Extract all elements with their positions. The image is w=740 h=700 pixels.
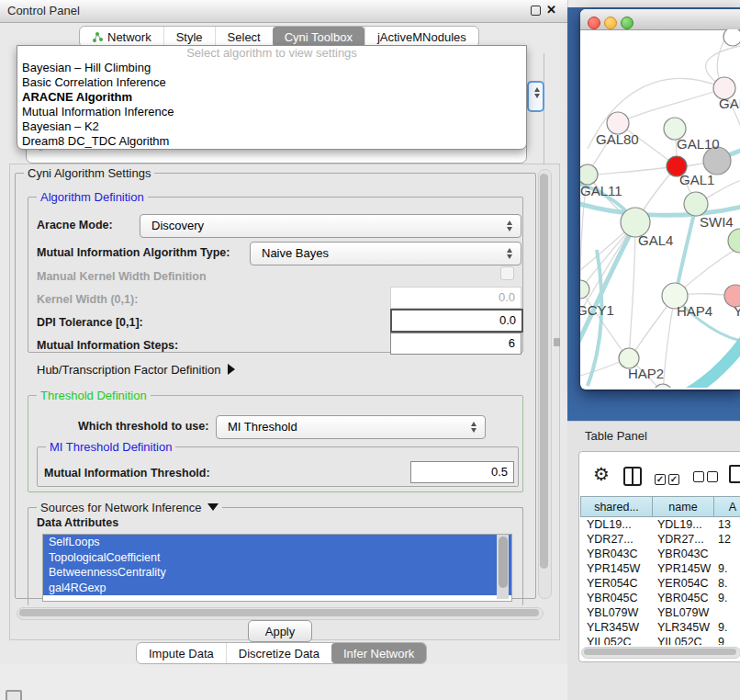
- menu-item-bayesian-hill-climbing[interactable]: Bayesian – Hill Climbing: [17, 61, 526, 75]
- combo-arrows-icon: [534, 86, 541, 99]
- menu-item-bayesian-k2[interactable]: Bayesian – K2: [17, 119, 526, 134]
- node-table: ⚙ ✓✓ shared... name A YDL19... YDL19... …: [578, 451, 740, 662]
- select-all-checks-icon[interactable]: ✓✓: [655, 469, 682, 486]
- kernel-width-value: 0.0: [499, 290, 515, 304]
- algorithm-combo-focused-fragment[interactable]: [527, 81, 544, 112]
- dpi-tolerance-label: DPI Tolerance [0,1]:: [37, 316, 143, 329]
- table-row[interactable]: YLR345W YLR345W 9.: [580, 620, 740, 635]
- list-item-selfloops[interactable]: SelfLoops: [43, 535, 511, 550]
- dpi-tolerance-input[interactable]: 0.0: [390, 309, 523, 333]
- menu-item-aracne[interactable]: ARACNE Algorithm: [17, 90, 526, 105]
- tab-discretize-data[interactable]: Discretize Data: [226, 643, 331, 663]
- window-zoom-button[interactable]: [621, 17, 633, 29]
- node-swi4[interactable]: [684, 192, 708, 216]
- algorithm-dropdown-menu: Select algorithm to view settings Bayesi…: [17, 45, 527, 150]
- column-header-shared[interactable]: shared...: [580, 496, 653, 517]
- mi-type-combo[interactable]: Naive Bayes: [250, 242, 521, 265]
- node-label: HAP2: [628, 366, 664, 381]
- manual-kernel-label: Manual Kernel Width Definition: [37, 270, 207, 283]
- network-window-titlebar[interactable]: [580, 9, 740, 30]
- mi-threshold-input[interactable]: 0.5: [410, 461, 514, 483]
- tab-cyni-toolbox[interactable]: Cyni Toolbox: [273, 27, 364, 47]
- node-label: GAL10: [677, 136, 720, 152]
- column-header-clipped[interactable]: A: [714, 496, 740, 517]
- which-threshold-combo[interactable]: MI Threshold: [216, 415, 486, 439]
- tab-network[interactable]: Network: [80, 27, 163, 47]
- panel-splitter-grip[interactable]: [554, 338, 560, 346]
- node-gal11[interactable]: [580, 164, 598, 185]
- minimized-panel-icon[interactable]: [6, 690, 22, 700]
- tab-infer-network[interactable]: Infer Network: [331, 643, 426, 663]
- node-label: GAL: [719, 96, 740, 111]
- gear-icon[interactable]: ⚙: [593, 463, 610, 485]
- menu-item-mutual-information[interactable]: Mutual Information Inference: [17, 105, 526, 119]
- table-row[interactable]: YBR043C YBR043C: [580, 547, 740, 561]
- sources-title: Sources for Network Inference: [40, 501, 202, 514]
- mi-threshold-label: Mutual Information Threshold:: [44, 467, 210, 480]
- table-row[interactable]: YIL052C YIL052C 9: [580, 635, 740, 645]
- attributes-vertical-scrollbar[interactable]: [497, 535, 509, 599]
- node-right-green[interactable]: [728, 229, 740, 253]
- list-item-betweennesscentrality[interactable]: BetweennessCentrality: [43, 565, 511, 581]
- window-close-button[interactable]: [588, 17, 600, 29]
- aracne-mode-label: Aracne Mode:: [37, 219, 113, 231]
- table-rows: YDL19... YDL19... 13 YDR27... YDR27... 1…: [580, 517, 740, 645]
- settings-horizontal-scrollbar[interactable]: [17, 607, 544, 620]
- right-arrow-icon: [228, 364, 235, 375]
- kernel-width-input[interactable]: 0.0: [390, 287, 521, 309]
- table-row[interactable]: YBR045C YBR045C 9.: [580, 591, 740, 605]
- node-label: GAL11: [580, 183, 622, 198]
- combo-arrows-icon: [507, 247, 513, 260]
- menu-item-dream8[interactable]: Dream8 DC_TDC Algorithm: [17, 134, 526, 149]
- aracne-mode-combo[interactable]: Discovery: [140, 214, 521, 238]
- tab-impute-data[interactable]: Impute Data: [137, 643, 226, 663]
- which-threshold-value: MI Threshold: [228, 420, 297, 434]
- table-row[interactable]: YER054C YER054C 8.: [580, 576, 740, 591]
- tab-style[interactable]: Style: [163, 27, 215, 47]
- float-window-icon[interactable]: [531, 6, 541, 16]
- table-panel: Table Panel ⚙ ✓✓ shared... name A YDL19.…: [567, 421, 740, 700]
- control-panel-titlebar[interactable]: Control Panel ✕: [0, 0, 567, 23]
- window-minimize-button[interactable]: [604, 17, 617, 29]
- document-icon[interactable]: [729, 465, 740, 483]
- aracne-mode-value: Discovery: [151, 219, 204, 232]
- apply-button[interactable]: Apply: [248, 620, 312, 642]
- table-row[interactable]: YDL19... YDL19... 13: [580, 517, 740, 532]
- hub-definition-label: Hub/Transcription Factor Definition: [37, 363, 220, 377]
- algorithm-definition-title: Algorithm Definition: [37, 190, 148, 204]
- node-partial-top[interactable]: [723, 29, 740, 46]
- network-graph: GAL GAL80 GAL10 GAL1 GAL11 SWI4 GAL4 GCY…: [580, 29, 740, 388]
- table-panel-title: Table Panel: [585, 429, 647, 443]
- settings-vertical-scrollbar[interactable]: [538, 169, 552, 599]
- attributes-vscroll-thumb[interactable]: [499, 536, 508, 588]
- data-attributes-list: SelfLoops TopologicalCoefficient Between…: [42, 534, 512, 602]
- settings-vscroll-thumb[interactable]: [540, 174, 548, 569]
- columns-icon[interactable]: [623, 467, 642, 486]
- table-hscroll-thumb[interactable]: [584, 649, 736, 655]
- data-attributes-label: Data Attributes: [37, 516, 118, 529]
- table-row[interactable]: YDR27... YDR27... 12: [580, 532, 740, 547]
- list-item-gal4rgexp[interactable]: gal4RGexp: [43, 581, 511, 596]
- network-canvas[interactable]: GAL GAL80 GAL10 GAL1 GAL11 SWI4 GAL4 GCY…: [580, 29, 740, 388]
- hub-definition-toggle[interactable]: Hub/Transcription Factor Definition: [37, 363, 235, 377]
- menu-item-basic-correlation[interactable]: Basic Correlation Inference: [17, 75, 526, 90]
- list-item-topologicalcoefficient[interactable]: TopologicalCoefficient: [43, 550, 511, 566]
- mi-steps-input[interactable]: 6: [390, 333, 521, 355]
- tab-jactivemnodules[interactable]: jActiveMNodules: [364, 27, 478, 47]
- settings-hscroll-thumb[interactable]: [19, 609, 539, 616]
- sources-title-row[interactable]: Sources for Network Inference: [37, 501, 222, 514]
- node-gcy1[interactable]: [580, 280, 589, 299]
- mi-type-label: Mutual Information Algorithm Type:: [37, 246, 230, 259]
- deselect-all-checks-icon[interactable]: [693, 469, 721, 486]
- manual-kernel-checkbox[interactable]: [500, 266, 514, 280]
- column-header-name[interactable]: name: [653, 496, 714, 517]
- node-label: GAL4: [638, 232, 673, 248]
- table-row[interactable]: YBL079W YBL079W: [580, 605, 740, 620]
- table-horizontal-scrollbar[interactable]: [581, 647, 740, 659]
- tab-select[interactable]: Select: [215, 27, 273, 47]
- combo-arrows-icon: [507, 220, 513, 232]
- network-icon: [92, 31, 104, 43]
- close-icon[interactable]: ✕: [546, 3, 556, 17]
- table-row[interactable]: YPR145W YPR145W 9.: [580, 561, 740, 576]
- thick-teal-edge: [659, 334, 740, 388]
